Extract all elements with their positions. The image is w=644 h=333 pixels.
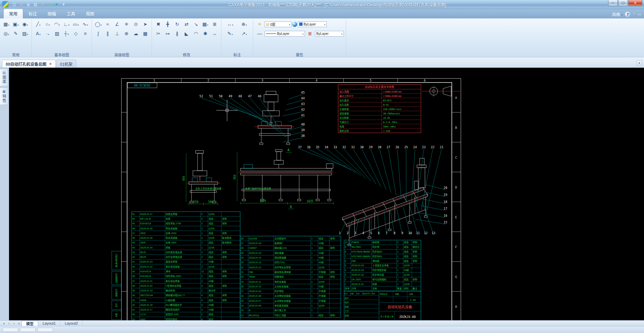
new-file-icon[interactable]: ◻: [11, 1, 17, 8]
qa-more-icon[interactable]: ▾: [60, 1, 67, 8]
save-icon[interactable]: ▣: [25, 1, 32, 8]
tab-overflow-button[interactable]: ▾: [637, 60, 642, 65]
formula-curve-icon[interactable]: ∫: [94, 29, 103, 38]
break-icon[interactable]: ∦: [173, 29, 181, 38]
color-select[interactable]: ByLayer: [298, 21, 327, 27]
spline-icon[interactable]: ∿: [81, 20, 90, 29]
match-properties-icon[interactable]: ▨: [21, 29, 30, 38]
array-icon[interactable]: ▦: [201, 20, 210, 29]
status-segment: [38, 328, 53, 332]
polygon-icon[interactable]: ◇: [71, 29, 80, 38]
layout-tab-0[interactable]: 模型: [21, 321, 38, 326]
circle-icon[interactable]: ○: [43, 20, 52, 29]
rotate-icon[interactable]: ↻: [173, 20, 181, 29]
gear-icon[interactable]: ✳: [122, 20, 131, 29]
crosshair-cursor: [216, 100, 238, 121]
line-icon[interactable]: ╱: [34, 20, 43, 29]
color-ball-icon[interactable]: [292, 22, 297, 27]
svg-text:成品: 成品: [209, 318, 213, 320]
angle-line-icon[interactable]: ∠: [113, 20, 121, 29]
ribbon-tab-4[interactable]: 视图: [80, 9, 100, 18]
maximize-button[interactable]: ▢: [618, 0, 628, 6]
cloud-line-icon[interactable]: ☁: [131, 29, 140, 38]
mirror-icon[interactable]: ⇄: [182, 20, 191, 29]
minimize-ribbon-icon[interactable]: ⌃: [633, 12, 635, 16]
format-brush-icon[interactable]: ✎: [11, 29, 20, 38]
help-icon[interactable]: ?: [625, 12, 630, 17]
layout-tab-1[interactable]: Layout1: [38, 321, 60, 326]
coordinate-dim-icon[interactable]: ⊕: [237, 20, 251, 29]
cad-drawing[interactable]: 123456ABCDEFGHZDZKJX-00: [9, 68, 644, 320]
table-icon[interactable]: ▦: [141, 29, 150, 38]
svg-text:1: 1: [397, 269, 398, 271]
svg-text:借(通)用件登记: 借(通)用件登记: [115, 254, 118, 267]
window-restore-icon[interactable]: ▭: [638, 12, 641, 16]
record-icon[interactable]: ◉: [21, 20, 30, 29]
hatch-icon[interactable]: ▨: [53, 29, 61, 38]
layout-tab-2[interactable]: Layout2: [60, 321, 83, 326]
point-icon[interactable]: ∙: [43, 29, 52, 38]
polyline-icon[interactable]: ∟: [62, 20, 71, 29]
doc-tab-1[interactable]: 01机架: [56, 60, 76, 67]
equidistant-icon[interactable]: ≡: [81, 29, 90, 38]
arc-icon[interactable]: ◠: [53, 20, 61, 29]
ellipse-icon[interactable]: ◯: [94, 20, 103, 29]
svg-text:取消使用: 取消使用: [222, 236, 231, 239]
centerline-icon[interactable]: ┼: [62, 29, 71, 38]
linetype-select[interactable]: ByLayer: [265, 31, 305, 37]
layout-nav-2[interactable]: ›: [11, 321, 16, 326]
double-line-icon[interactable]: ∥: [103, 29, 112, 38]
ribbon-tab-0[interactable]: 常用: [3, 9, 23, 18]
side-tab-1[interactable]: ▦特性: [0, 88, 8, 105]
move-icon[interactable]: ╋: [163, 20, 172, 29]
layout-nav-0[interactable]: «: [1, 321, 6, 326]
arrow-icon[interactable]: ➤: [141, 20, 150, 29]
offset-icon[interactable]: ≣: [210, 20, 219, 29]
print-icon[interactable]: ▤: [32, 1, 39, 8]
undo-icon[interactable]: ↺: [39, 1, 46, 8]
ribbon-tab-2[interactable]: 图幅: [42, 9, 61, 18]
layout-nav-1[interactable]: ‹: [6, 321, 11, 326]
paste-icon[interactable]: ▦: [2, 20, 11, 29]
minimize-button[interactable]: ─: [608, 0, 618, 6]
erase-icon[interactable]: ✖: [154, 20, 163, 29]
text-icon[interactable]: A: [34, 29, 43, 38]
status-segment: [3, 328, 18, 332]
axis-icon[interactable]: ⊥: [113, 29, 121, 38]
zoom-icon[interactable]: ◎: [2, 29, 11, 38]
open-folder-icon[interactable]: ▱: [18, 1, 24, 8]
ribbon-tab-1[interactable]: 标注: [23, 9, 42, 18]
lineweight-select[interactable]: ByLayer: [315, 31, 344, 37]
local-detail-icon[interactable]: ⊕: [122, 29, 131, 38]
text-annotation-icon[interactable]: ✎: [223, 29, 237, 38]
drawing-canvas[interactable]: 123456ABCDEFGHZDZKJX-00: [9, 68, 644, 320]
scale-icon[interactable]: ↘: [192, 20, 200, 29]
linetype-icon[interactable]: —: [255, 29, 264, 38]
leader-icon[interactable]: ↗: [237, 29, 251, 38]
chamfer-icon[interactable]: ◣: [182, 29, 191, 38]
svg-text:ZDZKJX-10: ZDZKJX-10: [249, 285, 261, 288]
close-button[interactable]: ✕: [628, 0, 642, 6]
plot-icon[interactable]: ■: [53, 1, 60, 8]
dimension-icon[interactable]: ↔: [223, 20, 237, 29]
redo-icon[interactable]: ↻: [46, 1, 53, 8]
style-button[interactable]: 风格: [612, 11, 623, 17]
close-tab-icon[interactable]: ✕: [49, 62, 52, 66]
app-button[interactable]: [1, 0, 10, 8]
explode-icon[interactable]: ✱: [201, 29, 210, 38]
layer-tools-icon[interactable]: ☀: [255, 20, 264, 29]
hole-icon[interactable]: ⊙: [131, 20, 140, 29]
lineweight-icon[interactable]: ≣: [306, 29, 314, 38]
extend-icon[interactable]: ↦: [163, 29, 172, 38]
layer-select[interactable]: ▤0层: [265, 21, 291, 27]
fillet-icon[interactable]: ◠: [192, 29, 200, 38]
side-tab-0[interactable]: ▤图库: [0, 69, 8, 86]
copy-icon[interactable]: ▣: [11, 20, 20, 29]
stretch-icon[interactable]: ↔: [210, 29, 219, 38]
wave-line-icon[interactable]: ≈: [103, 20, 112, 29]
doc-tab-0[interactable]: 00自动打孔机设备总图✕: [2, 60, 56, 67]
layout-nav-3[interactable]: »: [16, 321, 21, 326]
ribbon-tab-3[interactable]: 工具: [61, 9, 80, 18]
trim-icon[interactable]: ✂: [154, 29, 163, 38]
rectangle-icon[interactable]: ▭: [71, 20, 80, 29]
